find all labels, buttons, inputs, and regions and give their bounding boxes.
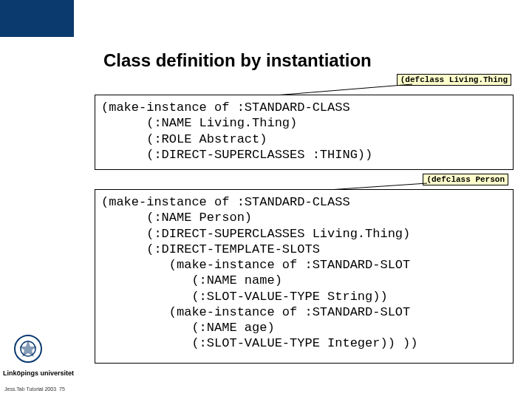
code-block-2: (make-instance of :STANDARD-CLASS (:NAME… — [95, 189, 514, 364]
code-block-1: (make-instance of :STANDARD-CLASS (:NAME… — [95, 95, 514, 170]
university-seal-icon — [13, 334, 43, 364]
slide-title: Class definition by instantiation — [103, 50, 372, 71]
callout-person: (defclass Person — [423, 174, 508, 185]
university-name: Linköpings universitet — [3, 369, 74, 377]
header-stripe — [0, 0, 74, 37]
callout-livingthing: (defclass Living.Thing — [397, 74, 511, 86]
footer-text: Jess.Tab Tutorial 2003 — [4, 386, 56, 392]
page-number: 75 — [59, 386, 65, 392]
